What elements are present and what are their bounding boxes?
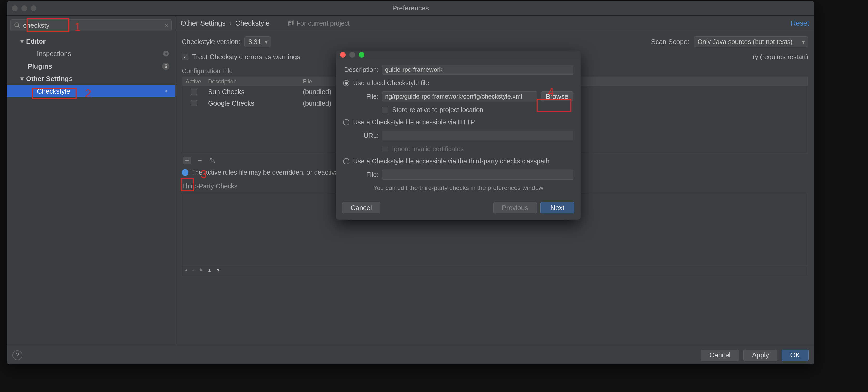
scan-scope-label: Scan Scope: xyxy=(651,38,689,46)
clear-icon[interactable]: × xyxy=(164,21,168,29)
row-active-checkbox[interactable] xyxy=(191,89,197,95)
radio-local-label: Use a local Checkstyle file xyxy=(353,79,429,87)
scan-scope-select[interactable]: Only Java sources (but not tests) xyxy=(693,36,808,47)
tpc-add-button[interactable]: + xyxy=(185,268,187,273)
chevron-down-icon: ▾ xyxy=(20,75,24,83)
radio-local-file[interactable] xyxy=(343,80,349,86)
label: Plugins xyxy=(28,62,52,71)
for-project-label: For current project xyxy=(297,20,350,27)
radio-classpath[interactable] xyxy=(343,158,349,165)
breadcrumb: Other Settings›Checkstyle xyxy=(181,19,270,27)
col-desc: Description xyxy=(206,77,300,86)
sidebar-item-plugins[interactable]: Plugins 6 xyxy=(7,60,175,73)
cancel-button[interactable]: Cancel xyxy=(701,349,739,361)
dialog-min-dot[interactable] xyxy=(349,52,355,58)
annotation-num-2: 2 xyxy=(85,87,91,100)
gear-icon xyxy=(163,51,169,57)
label: Editor xyxy=(26,37,45,45)
footer: ? Cancel Apply OK xyxy=(7,345,814,364)
radio-classpath-label: Use a Checkstyle file accessible via the… xyxy=(353,158,550,165)
annotation-box-3 xyxy=(181,178,194,191)
help-button[interactable]: ? xyxy=(12,350,22,360)
dialog-previous-button: Previous xyxy=(493,202,537,214)
search-icon xyxy=(14,22,21,29)
dialog-titlebar xyxy=(336,51,581,59)
minimize-dot[interactable] xyxy=(21,5,27,11)
reset-link[interactable]: Reset xyxy=(791,19,809,27)
gear-icon xyxy=(163,88,169,94)
close-dot[interactable] xyxy=(12,5,18,11)
dialog-cancel-button[interactable]: Cancel xyxy=(342,202,380,214)
preferences-window: Preferences × ▾ Editor Inspections xyxy=(7,1,814,364)
file2-input xyxy=(382,170,573,179)
breadcrumb-b: Checkstyle xyxy=(235,19,270,27)
store-relative-checkbox[interactable] xyxy=(382,107,389,113)
zoom-dot[interactable] xyxy=(31,5,36,11)
chevron-down-icon: ▾ xyxy=(20,37,24,45)
version-label: Checkstyle version: xyxy=(182,38,240,46)
dialog-next-button[interactable]: Next xyxy=(540,202,574,214)
col-active: Active xyxy=(182,77,206,86)
treat-warnings-checkbox[interactable] xyxy=(182,54,188,60)
tpc-down-button[interactable]: ▼ xyxy=(216,268,220,273)
sidebar-group-other-settings[interactable]: ▾ Other Settings xyxy=(7,73,175,85)
ignore-certs-label: Ignore invalid certificates xyxy=(392,145,464,153)
info-icon: i xyxy=(182,169,188,176)
titlebar: Preferences xyxy=(7,1,814,16)
sidebar: × ▾ Editor Inspections Plugins 6 ▾ xyxy=(7,16,176,345)
ok-button[interactable]: OK xyxy=(781,349,809,361)
tpc-edit-button[interactable]: ✎ xyxy=(199,268,203,273)
annotation-box-2 xyxy=(32,88,76,99)
label: Other Settings xyxy=(26,75,73,83)
treat-warnings-label: Treat Checkstyle errors as warnings xyxy=(192,53,300,61)
row-desc: Google Checks xyxy=(206,99,300,107)
dialog-close-dot[interactable] xyxy=(340,52,346,58)
remove-button[interactable]: − xyxy=(196,157,204,165)
sidebar-item-inspections[interactable]: Inspections xyxy=(7,48,175,60)
row-active-checkbox[interactable] xyxy=(191,100,197,106)
label: Inspections xyxy=(37,50,71,58)
radio-http[interactable] xyxy=(343,119,349,125)
restart-hint: ry (requires restart) xyxy=(753,53,808,61)
file-input[interactable] xyxy=(382,91,537,102)
add-button[interactable]: + xyxy=(183,157,191,165)
annotation-box-4 xyxy=(536,99,571,112)
dialog-hint: You can edit the third-party checks in t… xyxy=(343,184,573,192)
annotation-num-4: 4 xyxy=(548,85,554,99)
url-label: URL: xyxy=(343,132,378,139)
desc-label: Description: xyxy=(343,66,378,74)
sidebar-group-editor[interactable]: ▾ Editor xyxy=(7,35,175,48)
annotation-num-3: 3 xyxy=(200,168,207,181)
file-label: File: xyxy=(343,93,378,100)
edit-button[interactable]: ✎ xyxy=(208,157,216,165)
tpc-up-button[interactable]: ▲ xyxy=(208,268,212,273)
breadcrumb-a: Other Settings xyxy=(181,19,226,27)
dialog-zoom-dot[interactable] xyxy=(359,52,365,58)
version-value: 8.31 xyxy=(248,38,261,46)
apply-button[interactable]: Apply xyxy=(743,349,777,361)
radio-http-label: Use a Checkstyle file accessible via HTT… xyxy=(353,118,475,126)
info-text: The active rules file may be overridden,… xyxy=(191,169,338,176)
file2-label: File: xyxy=(343,171,378,178)
annotation-box-1 xyxy=(27,18,69,32)
traffic-lights xyxy=(12,5,36,11)
version-select[interactable]: 8.31 xyxy=(245,36,271,47)
description-input[interactable] xyxy=(382,65,573,75)
ignore-certs-checkbox xyxy=(382,146,389,152)
store-relative-label: Store relative to project location xyxy=(392,106,483,114)
badge: 6 xyxy=(162,62,169,70)
scan-value: Only Java sources (but not tests) xyxy=(698,38,793,46)
window-title: Preferences xyxy=(392,4,429,12)
project-icon: 🗐 xyxy=(288,20,294,27)
row-desc: Sun Checks xyxy=(206,88,300,96)
tpc-remove-button[interactable]: − xyxy=(192,268,194,273)
annotation-num-1: 1 xyxy=(74,20,81,33)
for-current-project: 🗐 For current project xyxy=(288,20,350,27)
add-configuration-dialog: Description: Use a local Checkstyle file… xyxy=(336,51,581,220)
url-input xyxy=(382,131,573,140)
